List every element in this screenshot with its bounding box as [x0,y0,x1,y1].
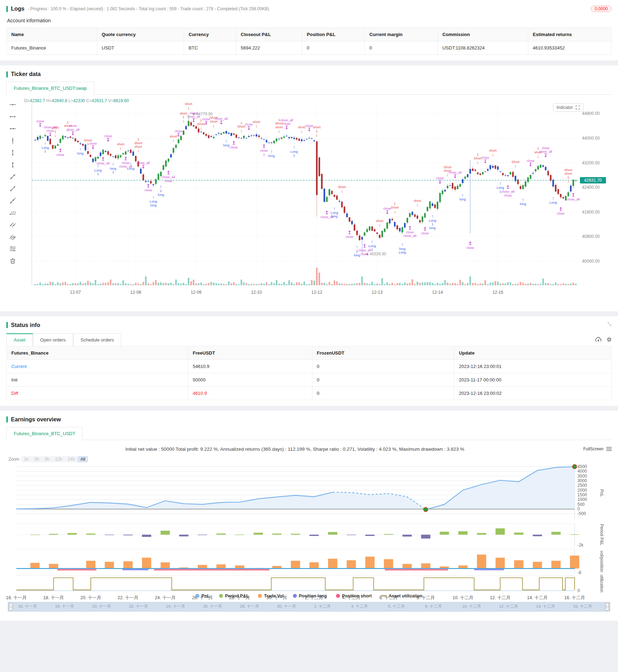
table-cell: 54610.9 [188,360,312,373]
navigator-handle-right[interactable] [605,603,609,610]
ticker-chart-svg[interactable]: 44800.0044000.0043200.0042400.0041600.00… [19,98,612,306]
delete-tool-icon[interactable] [9,257,16,264]
chart-navigator[interactable]: 16. 十一月18. 十一月20. 十一月22. 十一月24. 十一月26. 十… [8,602,610,612]
vertical-line-tool-icon[interactable] [9,137,16,144]
chart-text: 2500 [577,483,587,488]
chart-text: close [504,193,512,197]
trade-annotation-long: ↑1long [158,184,164,196]
navigator-handle-left[interactable] [9,603,13,610]
chart-text: ↧ [385,210,389,215]
ohlc-readout: O=42382.7 H=42640.8 L=42330 C=42631.7 V=… [24,98,129,103]
table-header-cell: FreeUSDT [188,346,312,360]
legend-item-trade-vol[interactable]: Trade Vol [258,594,283,598]
chart-text: close [361,252,369,256]
chart-text: ↓ [514,163,517,168]
chart-text: ↓ [567,178,569,183]
table-cell: USDT [97,41,184,55]
chart-text: ↥ [146,183,150,188]
asset-table: Futures_BinanceFreeUSDTFrozenUSDTUpdate … [6,346,612,400]
chart-menu-icon[interactable] [606,447,612,451]
zoom-option-3h[interactable]: 3h [31,456,42,462]
chart-text: close [406,230,414,234]
legend-item-position-long[interactable]: Position long [293,594,327,598]
chart-text: close [190,111,198,115]
chart-text: ↑ [225,138,227,144]
tab-schedule-orders[interactable]: Schedule orders [73,333,122,346]
chart-text: 1 [316,129,318,133]
legend-item-pnl[interactable]: PnL [195,594,210,598]
table-cell: 50000 [188,373,312,386]
vertical-ray-tool-icon[interactable] [9,161,16,168]
horizontal-line-tool-icon[interactable] [9,101,16,108]
chart-text: ↧ [204,120,208,125]
tab-asset[interactable]: Asset [6,333,33,346]
legend-item-period-p-l[interactable]: Period P&L [219,594,249,598]
chart-text: 24. 十一月 [155,595,176,600]
trade-annotation-long: ↑long [459,192,466,201]
chart-text: close_all [539,150,552,153]
legend-item-asset-utilization[interactable]: Asset utilization [381,594,423,598]
collapse-icon[interactable] [607,321,612,327]
trade-annotation-long: ↑Long1 [94,163,102,176]
zoom-option-24h[interactable]: 24h [65,456,78,462]
tab-futures-binance-btc-usdt[interactable]: Futures_Binance_BTC_USDT [6,427,83,440]
chart-text: 1 [356,249,358,253]
chart-text: Long [497,186,504,189]
zoom-option-1h[interactable]: 1h [21,456,31,462]
table-cell: 0 [302,41,365,55]
chart-text: close [542,146,549,150]
chart-text: close_all [501,189,514,193]
vertical-segment-tool-icon[interactable] [9,149,16,156]
logs-progress-text: - Progress : 100.0 % - Elapsed (second) … [28,6,269,11]
chart-text: long [110,166,116,170]
fullscreen-button[interactable]: FullScreen [583,446,612,451]
trade-annotation-close: ↧close [36,119,44,128]
trade-annotation-close: ↧close [305,124,313,132]
zoom-option-8h[interactable]: 8h [42,456,52,462]
chart-text: 1 [44,149,46,153]
chart-text: 20. 十一月 [81,595,101,600]
legend-label: Position long [299,594,327,598]
chart-text: close [436,176,444,180]
table-cell: USDT:1108.8262324 [437,41,528,55]
table-header-cell: Quote currency [97,28,184,41]
tab-open-orders[interactable]: Open orders [33,333,73,346]
line-segment-tool-icon[interactable] [9,185,16,192]
cloud-download-icon[interactable] [595,337,602,343]
price-note-tool-icon[interactable]: 123 [9,209,16,216]
horizontal-segment-tool-icon[interactable] [9,113,16,120]
horizontal-ray-tool-icon[interactable] [9,125,16,132]
table-row: Current54610.902023-12-16 23:00:01 [7,360,612,373]
section-accent-bar [6,71,8,77]
table-header-cell: Position P&L [302,28,365,41]
chart-text: ↧ [529,162,532,167]
trade-annotation-long: ↑longLong [399,242,406,254]
chart-text: 1 [112,170,114,174]
row-label-cell[interactable]: Current [7,360,188,373]
indicator-button[interactable]: Indicator [553,103,583,112]
gear-icon[interactable]: ⚙ [607,336,612,343]
chart-text: ↑ [79,146,81,152]
zoom-controls: Zoom 1h3h8h12h24hAll [8,457,612,462]
log-count-badge[interactable]: 0.0000 [591,6,612,12]
chart-text: ↓ [187,105,189,110]
chart-text: ↓ [255,123,258,128]
chart-text: ↑ [333,206,335,211]
legend-item-position-short[interactable]: Position short [336,594,372,598]
row-label-cell: Init [7,373,188,386]
trade-annotation-close: ↥close [346,230,353,239]
zoom-option-12h[interactable]: 12h [52,456,65,462]
chart-text: short [275,125,283,129]
trend-line-tool-icon[interactable] [9,173,16,180]
parallel-lines-tool-icon[interactable] [9,221,16,228]
parallel-channel-tool-icon[interactable] [9,233,16,240]
table-cell: 4610.9 [188,386,312,400]
chart-text: ↥ [423,226,427,232]
ray-tool-icon[interactable] [9,197,16,204]
earnings-chart-svg[interactable]: 450040003500300025002000150010005000-500… [6,462,612,602]
chart-text: ↑ [371,239,373,244]
navigator-label: 16. 十二月 [573,604,592,609]
zoom-option-all[interactable]: All [78,456,88,462]
horizontal-channel-tool-icon[interactable] [9,245,16,252]
tab-futures-binance-btc-usdt-swap[interactable]: Futures_Binance_BTC_USDT:swap [6,82,94,95]
